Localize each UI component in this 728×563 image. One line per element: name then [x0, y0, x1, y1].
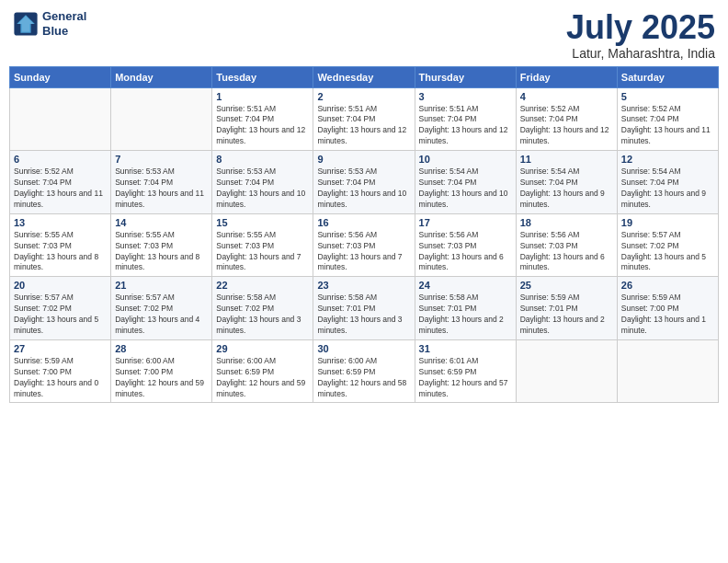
calendar-cell: 20Sunrise: 5:57 AM Sunset: 7:02 PM Dayli…	[10, 277, 111, 340]
day-number: 15	[216, 217, 309, 228]
calendar-week-row: 13Sunrise: 5:55 AM Sunset: 7:03 PM Dayli…	[10, 213, 719, 277]
calendar-cell	[111, 87, 212, 151]
day-number: 20	[14, 280, 107, 291]
day-number: 5	[621, 91, 714, 102]
day-number: 1	[216, 91, 309, 102]
day-info: Sunrise: 5:56 AM Sunset: 7:03 PM Dayligh…	[317, 230, 410, 274]
weekday-header-tuesday: Tuesday	[212, 66, 313, 87]
day-number: 24	[419, 280, 512, 291]
day-number: 8	[216, 154, 309, 165]
day-info: Sunrise: 6:00 AM Sunset: 6:59 PM Dayligh…	[216, 356, 309, 400]
calendar-cell: 16Sunrise: 5:56 AM Sunset: 7:03 PM Dayli…	[313, 213, 415, 277]
day-info: Sunrise: 5:55 AM Sunset: 7:03 PM Dayligh…	[14, 230, 107, 274]
calendar-cell: 26Sunrise: 5:59 AM Sunset: 7:00 PM Dayli…	[617, 277, 718, 340]
location: Latur, Maharashtra, India	[566, 46, 715, 61]
day-info: Sunrise: 5:58 AM Sunset: 7:02 PM Dayligh…	[216, 293, 309, 337]
calendar-cell: 13Sunrise: 5:55 AM Sunset: 7:03 PM Dayli…	[10, 213, 111, 277]
day-number: 25	[520, 280, 613, 291]
day-info: Sunrise: 5:58 AM Sunset: 7:01 PM Dayligh…	[419, 293, 512, 337]
day-info: Sunrise: 5:57 AM Sunset: 7:02 PM Dayligh…	[621, 230, 714, 274]
day-number: 9	[317, 154, 410, 165]
calendar-cell: 15Sunrise: 5:55 AM Sunset: 7:03 PM Dayli…	[212, 213, 313, 277]
calendar-week-row: 20Sunrise: 5:57 AM Sunset: 7:02 PM Dayli…	[10, 277, 719, 340]
calendar-cell: 14Sunrise: 5:55 AM Sunset: 7:03 PM Dayli…	[111, 213, 212, 277]
calendar-cell	[516, 339, 617, 403]
day-info: Sunrise: 5:51 AM Sunset: 7:04 PM Dayligh…	[216, 104, 309, 148]
day-info: Sunrise: 5:54 AM Sunset: 7:04 PM Dayligh…	[520, 167, 613, 211]
day-number: 4	[520, 91, 613, 102]
day-info: Sunrise: 5:57 AM Sunset: 7:02 PM Dayligh…	[115, 293, 208, 337]
calendar-cell: 1Sunrise: 5:51 AM Sunset: 7:04 PM Daylig…	[212, 87, 313, 151]
day-number: 30	[317, 343, 410, 354]
day-number: 29	[216, 343, 309, 354]
day-info: Sunrise: 6:01 AM Sunset: 6:59 PM Dayligh…	[419, 356, 512, 400]
day-number: 23	[317, 280, 410, 291]
day-number: 16	[317, 217, 410, 228]
weekday-header-sunday: Sunday	[10, 66, 111, 87]
day-info: Sunrise: 5:57 AM Sunset: 7:02 PM Dayligh…	[14, 293, 107, 337]
weekday-header-friday: Friday	[516, 66, 617, 87]
day-info: Sunrise: 5:54 AM Sunset: 7:04 PM Dayligh…	[621, 167, 714, 211]
day-info: Sunrise: 5:59 AM Sunset: 7:00 PM Dayligh…	[14, 356, 107, 400]
calendar-cell: 30Sunrise: 6:00 AM Sunset: 6:59 PM Dayli…	[313, 339, 415, 403]
calendar-cell	[10, 87, 111, 151]
calendar-cell: 2Sunrise: 5:51 AM Sunset: 7:04 PM Daylig…	[313, 87, 415, 151]
logo: General Blue	[13, 9, 86, 38]
day-number: 2	[317, 91, 410, 102]
day-info: Sunrise: 5:52 AM Sunset: 7:04 PM Dayligh…	[14, 167, 107, 211]
day-number: 14	[115, 217, 208, 228]
day-info: Sunrise: 5:56 AM Sunset: 7:03 PM Dayligh…	[520, 230, 613, 274]
day-number: 21	[115, 280, 208, 291]
page-header: General Blue July 2025 Latur, Maharashtr…	[9, 9, 719, 61]
day-info: Sunrise: 5:51 AM Sunset: 7:04 PM Dayligh…	[419, 104, 512, 148]
day-info: Sunrise: 5:51 AM Sunset: 7:04 PM Dayligh…	[317, 104, 410, 148]
day-info: Sunrise: 5:54 AM Sunset: 7:04 PM Dayligh…	[419, 167, 512, 211]
calendar-cell: 28Sunrise: 6:00 AM Sunset: 7:00 PM Dayli…	[111, 339, 212, 403]
day-info: Sunrise: 5:59 AM Sunset: 7:01 PM Dayligh…	[520, 293, 613, 337]
calendar-cell: 22Sunrise: 5:58 AM Sunset: 7:02 PM Dayli…	[212, 277, 313, 340]
day-number: 19	[621, 217, 714, 228]
day-info: Sunrise: 5:52 AM Sunset: 7:04 PM Dayligh…	[621, 104, 714, 148]
day-number: 10	[419, 154, 512, 165]
calendar-cell: 11Sunrise: 5:54 AM Sunset: 7:04 PM Dayli…	[516, 151, 617, 214]
weekday-header-monday: Monday	[111, 66, 212, 87]
calendar-cell: 27Sunrise: 5:59 AM Sunset: 7:00 PM Dayli…	[10, 339, 111, 403]
day-number: 6	[14, 154, 107, 165]
calendar-cell: 21Sunrise: 5:57 AM Sunset: 7:02 PM Dayli…	[111, 277, 212, 340]
calendar-cell: 5Sunrise: 5:52 AM Sunset: 7:04 PM Daylig…	[617, 87, 718, 151]
day-number: 12	[621, 154, 714, 165]
calendar-week-row: 27Sunrise: 5:59 AM Sunset: 7:00 PM Dayli…	[10, 339, 719, 403]
day-info: Sunrise: 5:53 AM Sunset: 7:04 PM Dayligh…	[216, 167, 309, 211]
calendar-cell: 4Sunrise: 5:52 AM Sunset: 7:04 PM Daylig…	[516, 87, 617, 151]
calendar-cell: 31Sunrise: 6:01 AM Sunset: 6:59 PM Dayli…	[415, 339, 516, 403]
day-info: Sunrise: 6:00 AM Sunset: 7:00 PM Dayligh…	[115, 356, 208, 400]
day-number: 28	[115, 343, 208, 354]
weekday-header-thursday: Thursday	[415, 66, 516, 87]
calendar-cell: 8Sunrise: 5:53 AM Sunset: 7:04 PM Daylig…	[212, 151, 313, 214]
calendar-cell: 18Sunrise: 5:56 AM Sunset: 7:03 PM Dayli…	[516, 213, 617, 277]
calendar-week-row: 1Sunrise: 5:51 AM Sunset: 7:04 PM Daylig…	[10, 87, 719, 151]
title-section: July 2025 Latur, Maharashtra, India	[566, 9, 715, 61]
day-number: 13	[14, 217, 107, 228]
day-number: 7	[115, 154, 208, 165]
calendar-cell: 12Sunrise: 5:54 AM Sunset: 7:04 PM Dayli…	[617, 151, 718, 214]
day-info: Sunrise: 6:00 AM Sunset: 6:59 PM Dayligh…	[317, 356, 410, 400]
calendar-cell	[617, 339, 718, 403]
day-number: 3	[419, 91, 512, 102]
logo-text: General Blue	[42, 9, 86, 38]
day-number: 31	[419, 343, 512, 354]
weekday-header-saturday: Saturday	[617, 66, 718, 87]
calendar-cell: 9Sunrise: 5:53 AM Sunset: 7:04 PM Daylig…	[313, 151, 415, 214]
day-info: Sunrise: 5:53 AM Sunset: 7:04 PM Dayligh…	[115, 167, 208, 211]
day-number: 18	[520, 217, 613, 228]
day-info: Sunrise: 5:53 AM Sunset: 7:04 PM Dayligh…	[317, 167, 410, 211]
calendar-cell: 24Sunrise: 5:58 AM Sunset: 7:01 PM Dayli…	[415, 277, 516, 340]
day-number: 26	[621, 280, 714, 291]
month-title: July 2025	[566, 9, 715, 46]
weekday-header-row: SundayMondayTuesdayWednesdayThursdayFrid…	[10, 66, 719, 87]
day-info: Sunrise: 5:56 AM Sunset: 7:03 PM Dayligh…	[419, 230, 512, 274]
calendar-cell: 10Sunrise: 5:54 AM Sunset: 7:04 PM Dayli…	[415, 151, 516, 214]
weekday-header-wednesday: Wednesday	[313, 66, 415, 87]
day-number: 17	[419, 217, 512, 228]
day-info: Sunrise: 5:55 AM Sunset: 7:03 PM Dayligh…	[115, 230, 208, 274]
